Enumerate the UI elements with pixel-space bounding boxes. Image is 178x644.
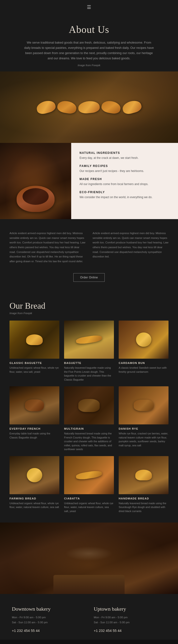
bread-desc-1: Unbleached organic wheat flour, whole ry… bbox=[9, 366, 59, 374]
feature-item-4: ECO-FRIENDLY We consider the impact on t… bbox=[80, 190, 170, 199]
bread-name-6: DANISH RYE bbox=[119, 427, 169, 430]
bread-item-baguette: BAGUETTE Naturally leavened baguette mad… bbox=[64, 320, 114, 382]
bread-visual-7 bbox=[9, 456, 59, 494]
bread-loaf-icon bbox=[26, 334, 43, 345]
page-title: About Us bbox=[24, 24, 154, 35]
bread-item-farming-bread: FARMING BREAD Unbleached organic wheat f… bbox=[9, 456, 59, 513]
bread-baguette-icon-2 bbox=[76, 470, 102, 480]
bread-name-8: CIABATTA bbox=[64, 497, 114, 500]
feature-desc-3: All our ingredients come from local farm… bbox=[80, 182, 170, 186]
bread-photo-cardamon-bun bbox=[119, 320, 169, 359]
bread-name-9: HANDMADE BREAD bbox=[119, 497, 169, 500]
flour-dust bbox=[65, 546, 113, 561]
article-col-1: Article evident arrived express highest … bbox=[9, 231, 86, 264]
downtown-weekday-hours: Mon - Fri 9:00 am - 5:00 pm bbox=[12, 616, 46, 619]
bread-visual-6 bbox=[119, 386, 169, 424]
bread-loaf-icon-2 bbox=[135, 470, 152, 480]
bread-round-icon-2 bbox=[27, 468, 42, 482]
bread-dark-icon bbox=[25, 400, 44, 411]
bread-item-danish-rye: DANISH RYE Whole rye flour, cracked rye … bbox=[119, 386, 169, 451]
bread-desc-6: Whole rye flour, cracked rye berries, wa… bbox=[119, 432, 169, 447]
order-online-button[interactable]: Order Online bbox=[73, 273, 105, 282]
features-row: NATURAL INGREDIENTS Every day, at the cr… bbox=[0, 143, 178, 219]
uptown-hours: Mon - Fri 9:00 am - 5:00 pm Sat - Sun 11… bbox=[94, 615, 166, 625]
footer: Downtown bakery Mon - Fri 9:00 am - 5:00… bbox=[0, 594, 178, 640]
bread-item-handmade-bread: HANDMADE BREAD Naturally leavened bread … bbox=[119, 456, 169, 513]
bread-desc-2: Naturally leavened baguette made using t… bbox=[64, 366, 114, 382]
bread-rye-icon bbox=[134, 400, 154, 411]
about-image-credit: Image from Freepik bbox=[24, 64, 154, 67]
order-btn-row: Order Online bbox=[0, 271, 178, 294]
croissant-4 bbox=[101, 100, 121, 115]
croissant-1 bbox=[35, 99, 57, 116]
bread-name-2: BAGUETTE bbox=[64, 362, 114, 364]
bread-section-title: Our Bread bbox=[9, 301, 169, 311]
feature-item-1: NATURAL INGREDIENTS Every day, at the cr… bbox=[80, 151, 170, 160]
downtown-weekend-hours: Sat - Sun 11:00 am - 5:00 pm bbox=[12, 621, 48, 624]
feature-title-3: MADE FRESH bbox=[80, 178, 170, 181]
navigation: ☰ bbox=[0, 0, 178, 14]
bread-item-cardamon-bun: CARDAMON BUN A classic knotted Swedish s… bbox=[119, 320, 169, 382]
bread-photo-glassic-baguette bbox=[9, 320, 59, 359]
bread-photo-danish-rye bbox=[119, 386, 169, 424]
about-section: About Us We serve traditional baked good… bbox=[0, 14, 178, 72]
bread-name-4: EVERYDAY FRENCH bbox=[9, 427, 59, 430]
bread-desc-3: A classic knotted Swedish sweet bun with… bbox=[119, 366, 169, 374]
bread-round-icon bbox=[136, 332, 151, 347]
downtown-name: Downtown bakery bbox=[12, 606, 84, 612]
footer-uptown: Uptown bakery Mon - Fri 9:00 am - 5:00 p… bbox=[94, 606, 166, 632]
feature-desc-4: We consider the impact on the world, in … bbox=[80, 195, 170, 199]
feature-title-2: FAMILY RECIPES bbox=[80, 164, 170, 168]
bread-item-ciabatta: CIABATTA Unbleached organic wheat flour,… bbox=[64, 456, 114, 513]
bread-desc-5: Naturally leavened bread made using the … bbox=[64, 432, 114, 451]
feature-desc-1: Every day, at the crack at dawn, we star… bbox=[80, 156, 170, 160]
bread-visual-9 bbox=[119, 456, 169, 494]
bread-item-multigrain: MULTIGRAIN Naturally leavened bread made… bbox=[64, 386, 114, 451]
bread-photo-farming-bread bbox=[9, 456, 59, 494]
bread-baguette-icon bbox=[76, 334, 102, 345]
croissant-display bbox=[37, 101, 141, 113]
bread-desc-9: Naturally leavened bread made using the … bbox=[119, 501, 169, 513]
bread-photo-ciabatta bbox=[64, 456, 114, 494]
bottom-bar: Sample text. Click to select the Text El… bbox=[0, 640, 178, 644]
feature-item-2: FAMILY RECIPES Our recipes aren't just r… bbox=[80, 164, 170, 173]
bread-photo-multigrain bbox=[64, 386, 114, 424]
bread-photo-everyday-french bbox=[9, 386, 59, 424]
feature-title-4: ECO-FRIENDLY bbox=[80, 190, 170, 194]
tart-filling bbox=[22, 188, 49, 205]
bread-visual-1 bbox=[9, 320, 59, 359]
bread-visual-8 bbox=[64, 456, 114, 494]
bread-name-7: FARMING BREAD bbox=[9, 497, 59, 500]
bread-name-5: MULTIGRAIN bbox=[64, 427, 114, 430]
bread-visual-2 bbox=[64, 320, 114, 359]
bread-photo-handmade-bread bbox=[119, 456, 169, 494]
hamburger-icon[interactable]: ☰ bbox=[87, 4, 91, 10]
feature-desc-2: Our recipes aren't just recipes - they a… bbox=[80, 169, 170, 173]
downtown-hours: Mon - Fri 9:00 am - 5:00 pm Sat - Sun 11… bbox=[12, 615, 84, 625]
bread-image-credit: Image from Freepik bbox=[9, 312, 169, 314]
feature-item-3: MADE FRESH All our ingredients come from… bbox=[80, 178, 170, 186]
croissant-3 bbox=[78, 100, 100, 114]
dough-board bbox=[53, 575, 125, 594]
bread-section: Our Bread Image from Freepik GLASSIC BAG… bbox=[0, 294, 178, 522]
features-box: NATURAL INGREDIENTS Every day, at the cr… bbox=[71, 143, 178, 219]
article-col-2: Article evident arrived express highest … bbox=[92, 231, 169, 264]
hands-visual bbox=[53, 542, 125, 594]
bread-name-1: GLASSIC BAGUETTE bbox=[9, 362, 59, 364]
bottom-hero bbox=[0, 522, 178, 594]
bread-multigrain-icon bbox=[78, 399, 100, 412]
bread-desc-8: Unbleached organic wheat flour, whole ry… bbox=[64, 501, 114, 513]
bread-photo-baguette bbox=[64, 320, 114, 359]
footer-downtown: Downtown bakery Mon - Fri 9:00 am - 5:00… bbox=[12, 606, 84, 632]
bread-desc-4: Everyday table loaf made using the Class… bbox=[9, 432, 59, 440]
hero-image bbox=[0, 72, 178, 143]
croissant-2 bbox=[57, 100, 77, 115]
bread-visual-4 bbox=[9, 386, 59, 424]
features-image bbox=[0, 143, 71, 219]
bread-visual-3 bbox=[119, 320, 169, 359]
tart-visual bbox=[17, 181, 55, 212]
uptown-weekend-hours: Sat - Sun 11:00 am - 5:00 pm bbox=[94, 621, 130, 624]
bread-item-glassic-baguette: GLASSIC BAGUETTE Unbleached organic whea… bbox=[9, 320, 59, 382]
about-description: We serve traditional baked goods that ar… bbox=[24, 40, 154, 61]
uptown-name: Uptown bakery bbox=[94, 606, 166, 612]
